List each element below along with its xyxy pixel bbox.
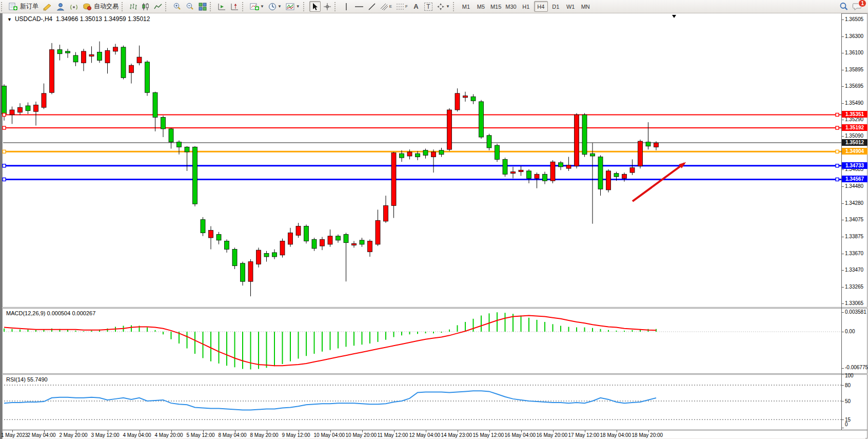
notifications-button[interactable]: 1 bbox=[851, 1, 864, 12]
candle-body bbox=[177, 142, 182, 147]
fibonacci-glyph: F bbox=[405, 4, 408, 9]
axis-tick bbox=[841, 103, 844, 104]
toolbar-grip[interactable] bbox=[122, 2, 126, 11]
profile-icon bbox=[56, 3, 65, 11]
time-axis-label: 9 May 12:00 bbox=[282, 432, 310, 438]
axis-tick bbox=[841, 374, 844, 375]
candle-body bbox=[18, 107, 23, 112]
price-chart-panel[interactable] bbox=[0, 13, 868, 307]
signal-button[interactable] bbox=[68, 1, 80, 12]
rsi-tick-label: 0 bbox=[845, 422, 848, 427]
text-label-tool-button[interactable]: T bbox=[423, 1, 434, 12]
candle-body bbox=[89, 54, 94, 56]
macd-panel[interactable] bbox=[0, 309, 868, 373]
line-drag-handle[interactable] bbox=[836, 113, 839, 116]
toolbar-grip[interactable] bbox=[1, 2, 6, 11]
chart-shift-button[interactable] bbox=[229, 1, 241, 12]
search-button[interactable] bbox=[838, 1, 850, 12]
candle-body bbox=[201, 220, 205, 233]
crosshair-tool-button[interactable] bbox=[322, 1, 333, 12]
profile-button[interactable] bbox=[54, 1, 67, 12]
rsi-panel[interactable] bbox=[0, 375, 868, 430]
line-drag-handle[interactable] bbox=[3, 178, 6, 181]
line-chart-button[interactable] bbox=[152, 1, 164, 12]
arrows-icon bbox=[437, 3, 445, 11]
toolbar-grip[interactable] bbox=[210, 2, 214, 11]
toolbar-grip[interactable] bbox=[453, 2, 458, 11]
candle-body bbox=[622, 174, 627, 178]
candle-body bbox=[320, 239, 325, 246]
line-drag-handle[interactable] bbox=[3, 150, 6, 153]
candle-body bbox=[232, 250, 237, 266]
indicators-button[interactable]: ▼ bbox=[284, 1, 302, 12]
toolbar-grip[interactable] bbox=[242, 2, 247, 11]
line-drag-handle[interactable] bbox=[3, 164, 6, 167]
candle-body bbox=[352, 243, 357, 245]
toolbar-grip[interactable] bbox=[334, 2, 339, 11]
timeframe-button-w1[interactable]: W1 bbox=[564, 1, 578, 12]
candle-body bbox=[646, 142, 650, 146]
candle-body bbox=[582, 115, 587, 155]
timeframe-button-mn[interactable]: MN bbox=[579, 1, 593, 12]
time-axis-label: 8 May 04:00 bbox=[219, 432, 247, 438]
timeframe-button-m5[interactable]: M5 bbox=[474, 1, 488, 12]
auto-trading-button[interactable]: 自动交易 bbox=[81, 1, 120, 12]
last-bar-shift-marker[interactable] bbox=[672, 15, 676, 18]
axis-tick bbox=[841, 20, 844, 20]
line-drag-handle[interactable] bbox=[836, 178, 839, 181]
horizontal-line-tool-button[interactable] bbox=[353, 1, 365, 12]
timeframe-button-d1[interactable]: D1 bbox=[549, 1, 563, 12]
auto-scroll-button[interactable] bbox=[216, 1, 228, 12]
axis-tick bbox=[841, 36, 844, 37]
candle-body bbox=[113, 47, 118, 51]
timeframe-button-m1[interactable]: M1 bbox=[459, 1, 473, 12]
timeframe-button-m15[interactable]: M15 bbox=[489, 1, 503, 12]
candle-body bbox=[423, 150, 428, 156]
chevron-down-icon: ▼ bbox=[296, 4, 300, 9]
time-axis-label: 1 May 2023 bbox=[1, 432, 28, 438]
new-order-label: 新订单 bbox=[20, 2, 38, 11]
candle-body bbox=[241, 263, 245, 281]
line-drag-handle[interactable] bbox=[3, 126, 6, 129]
ohlc-readout: 1.34966 1.35013 1.34959 1.35012 bbox=[56, 15, 150, 23]
line-drag-handle[interactable] bbox=[836, 150, 839, 153]
price-tick-label: 1.34075 bbox=[845, 217, 863, 222]
fibonacci-tool-button[interactable]: F bbox=[394, 1, 409, 12]
timeframe-button-h4[interactable]: H4 bbox=[534, 1, 548, 12]
axis-tick bbox=[841, 169, 844, 170]
candle-body bbox=[559, 163, 563, 167]
new-chart-button[interactable]: ▼ bbox=[248, 1, 266, 12]
zoom-out-button[interactable] bbox=[184, 1, 196, 12]
zoom-in-button[interactable] bbox=[171, 1, 183, 12]
vertical-line-tool-button[interactable] bbox=[341, 1, 352, 12]
toolbar-grip[interactable] bbox=[303, 2, 308, 11]
timeframe-button-m30[interactable]: M30 bbox=[504, 1, 518, 12]
cursor-tool-button[interactable] bbox=[309, 1, 321, 12]
price-tag: 1.34733 bbox=[842, 162, 867, 169]
crayon-button[interactable] bbox=[41, 1, 53, 12]
candlestick-chart-button[interactable] bbox=[140, 1, 151, 12]
collapse-triangle-icon[interactable]: ▼ bbox=[7, 17, 12, 22]
new-order-button[interactable]: 新订单 bbox=[7, 1, 40, 12]
toolbar-grip[interactable] bbox=[165, 2, 170, 11]
bar-chart-button[interactable] bbox=[128, 1, 139, 12]
axis-tick bbox=[841, 287, 844, 288]
text-tool-button[interactable]: A bbox=[410, 1, 422, 12]
line-drag-handle[interactable] bbox=[836, 126, 839, 129]
candle-body bbox=[153, 92, 157, 117]
tile-windows-button[interactable] bbox=[197, 1, 208, 12]
arrows-tool-button[interactable]: ▼ bbox=[435, 1, 451, 12]
auto-trading-icon bbox=[83, 3, 92, 11]
line-drag-handle[interactable] bbox=[836, 164, 839, 167]
equidistant-channel-tool-button[interactable]: E bbox=[379, 1, 393, 12]
search-icon bbox=[839, 2, 849, 11]
period-button[interactable]: ▼ bbox=[267, 1, 283, 12]
timeframe-button-h1[interactable]: H1 bbox=[519, 1, 533, 12]
channel-glyph: E bbox=[389, 4, 392, 9]
candle-body bbox=[82, 51, 86, 63]
trendline-tool-button[interactable] bbox=[366, 1, 378, 12]
line-drag-handle[interactable] bbox=[3, 113, 6, 116]
candle-body bbox=[26, 106, 30, 111]
macd-background bbox=[3, 309, 841, 373]
signal-icon bbox=[69, 3, 78, 11]
